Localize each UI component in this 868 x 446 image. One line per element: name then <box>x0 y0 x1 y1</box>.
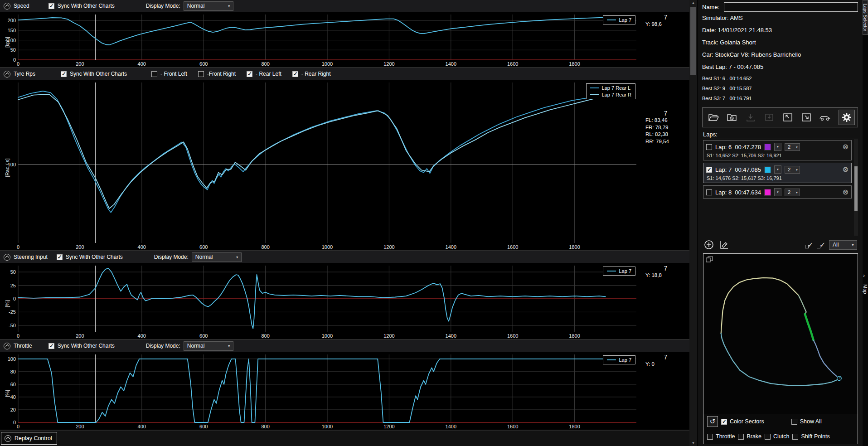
map-overlays-row: Throttle Brake Clutch Shift Points <box>703 429 858 444</box>
lap8-color-swatch[interactable] <box>764 189 771 196</box>
lap-row-6[interactable]: Lap: 6 00:47.278 2 ⊗ S1: 14,652 S2: 15,7… <box>703 140 852 160</box>
steering-display-mode-select[interactable]: Normal <box>192 252 242 262</box>
popout-map-icon[interactable] <box>706 256 713 262</box>
laps-selector-panel: Name: Simulator: AMS Date: 14/01/2021 21… <box>697 0 863 446</box>
tyre-rear-right-checkbox[interactable] <box>292 71 298 77</box>
speed-sync-label: Sync With Other Charts <box>58 3 115 9</box>
collapse-throttle-icon[interactable] <box>4 343 10 349</box>
lap8-remove-button[interactable]: ⊗ <box>843 189 849 196</box>
check-all-laps-icon[interactable]: ✓ <box>805 241 814 249</box>
svg-text:600: 600 <box>199 424 208 429</box>
lap7-width-select[interactable]: 2 <box>785 166 800 174</box>
speed-display-mode-select[interactable]: Normal <box>184 1 233 11</box>
throttle-sync-checkbox[interactable] <box>48 343 54 349</box>
lap6-style-select[interactable] <box>774 143 781 151</box>
tyre-chart-row: 020040060080010001200140016001800100 [Ra… <box>0 80 689 250</box>
steering-plot[interactable]: 02004006008001000120014001600180050250-2… <box>0 263 642 339</box>
svg-text:1200: 1200 <box>383 424 394 429</box>
save-icon-disabled[interactable] <box>742 110 759 125</box>
tyre-front-right-label: -Front Right <box>207 71 236 77</box>
throttle-sync-label: Sync With Other Charts <box>58 343 115 349</box>
export-left-icon[interactable] <box>780 110 796 125</box>
session-toolbar <box>702 107 858 127</box>
tyre-sync-checkbox[interactable] <box>61 71 67 77</box>
laps-list-scrollbar[interactable] <box>854 139 858 236</box>
best-s2-line: Best S2: 9 - 00:15.587 <box>702 86 858 91</box>
tyre-front-left-checkbox[interactable] <box>151 71 157 77</box>
svg-text:600: 600 <box>199 333 208 339</box>
throttle-legend: Lap 7 <box>603 355 635 364</box>
reset-map-view-icon[interactable]: ↺ <box>707 416 718 427</box>
tyre-chart: 020040060080010001200140016001800100 [Ra… <box>0 80 642 250</box>
show-all-checkbox[interactable] <box>791 419 797 425</box>
shift-points-overlay-checkbox[interactable] <box>792 434 798 440</box>
lap6-color-swatch[interactable] <box>764 144 771 150</box>
tyre-front-right-checkbox[interactable] <box>198 71 204 77</box>
add-lap-icon[interactable] <box>703 239 715 251</box>
map-options-row: ↺ Color Sectors Show All <box>703 414 858 429</box>
lap6-remove-button[interactable]: ⊗ <box>843 143 849 150</box>
lap-row-7[interactable]: Lap: 7 00:47.085 2 ⊗ S1: 14,676 S2: 15,6… <box>703 163 852 183</box>
throttle-panel-header: Throttle Sync With Other Charts Display … <box>0 340 689 352</box>
replay-control-header[interactable]: Replay Control <box>1 432 57 445</box>
steering-chart: 02004006008001000120014001600180050250-2… <box>0 263 642 339</box>
main-vertical-scrollbar[interactable]: ▲ ▼ <box>689 0 697 446</box>
edit-graphs-icon[interactable] <box>718 239 730 251</box>
scrollbar-thumb[interactable] <box>690 7 696 75</box>
best-lap-line: Best Lap: 7 - 00:47.085 <box>702 63 858 70</box>
tyre-panel-header: Tyre Rps Sync With Other Charts - Front … <box>0 68 689 80</box>
tab-map[interactable]: Map <box>863 281 868 297</box>
lap7-remove-button[interactable]: ⊗ <box>843 166 849 173</box>
lap6-visible-checkbox[interactable] <box>706 144 712 150</box>
scroll-up-arrow-icon[interactable]: ▲ <box>689 1 697 5</box>
session-name-input[interactable] <box>724 2 858 12</box>
svg-text:100: 100 <box>8 356 16 362</box>
speed-display-mode-label: Display Mode: <box>146 3 180 9</box>
lap-row-8[interactable]: Lap: 8 00:47.634 2 ⊗ <box>703 185 852 199</box>
throttle-chart: 0200400600800100012001400160018000204060… <box>0 352 642 430</box>
open-recent-folder-icon[interactable] <box>724 110 740 125</box>
laps-filter-select[interactable]: All <box>829 240 857 250</box>
track-map[interactable] <box>703 254 858 414</box>
collapse-tyre-icon[interactable] <box>4 71 10 78</box>
collapse-steering-icon[interactable] <box>4 254 10 261</box>
svg-text:1000: 1000 <box>322 244 333 250</box>
collapse-replay-icon[interactable] <box>5 435 11 442</box>
lap7-visible-checkbox[interactable] <box>706 167 712 173</box>
car-options-icon[interactable] <box>817 110 833 125</box>
throttle-overlay-checkbox[interactable] <box>707 434 713 440</box>
lap7-color-swatch[interactable] <box>764 166 771 173</box>
uncheck-all-laps-icon[interactable]: ✓ <box>817 241 825 249</box>
lap6-width-select[interactable]: 2 <box>785 143 800 151</box>
collapse-speed-icon[interactable] <box>4 3 10 10</box>
export-right-icon[interactable] <box>798 110 815 125</box>
lap8-style-select[interactable] <box>774 188 781 196</box>
settings-gear-icon[interactable] <box>839 110 855 125</box>
save-as-icon-disabled[interactable] <box>761 110 777 125</box>
clutch-overlay-checkbox[interactable] <box>765 434 771 440</box>
open-folder-icon[interactable] <box>705 110 722 125</box>
scroll-down-arrow-icon[interactable]: ▼ <box>689 441 697 445</box>
lap7-style-select[interactable] <box>774 165 781 174</box>
laps-list-scrollbar-thumb[interactable] <box>854 166 858 211</box>
speed-plot[interactable]: 0200400600800100012001400160018000501001… <box>0 12 642 67</box>
color-sectors-checkbox[interactable] <box>721 419 727 425</box>
svg-text:0: 0 <box>17 61 19 67</box>
tyre-plot[interactable]: 020040060080010001200140016001800100 <box>0 80 642 250</box>
speed-value-panel: 7 Y: 98,6 <box>642 12 689 67</box>
speed-sync-checkbox[interactable] <box>48 3 54 9</box>
brake-overlay-checkbox[interactable] <box>738 434 744 440</box>
throttle-display-mode-select[interactable]: Normal <box>184 341 233 351</box>
tab-laps-selector[interactable]: Laps Selector <box>863 0 868 35</box>
throttle-chart-row: 0200400600800100012001400160018000204060… <box>0 352 689 430</box>
tyre-rear-left-checkbox[interactable] <box>247 71 252 77</box>
legend-item: Lap 7 <box>607 268 631 274</box>
svg-text:200: 200 <box>8 18 16 23</box>
map-expand-chevron-icon[interactable]: › <box>863 272 865 279</box>
lap8-visible-checkbox[interactable] <box>706 189 712 195</box>
throttle-plot[interactable]: 0200400600800100012001400160018000204060… <box>0 352 642 430</box>
speed-cursor-value: Y: 98,6 <box>642 21 689 28</box>
lap8-width-select[interactable]: 2 <box>785 189 800 196</box>
tyre-sync-label: Sync With Other Charts <box>70 71 127 77</box>
steering-sync-checkbox[interactable] <box>57 254 63 260</box>
